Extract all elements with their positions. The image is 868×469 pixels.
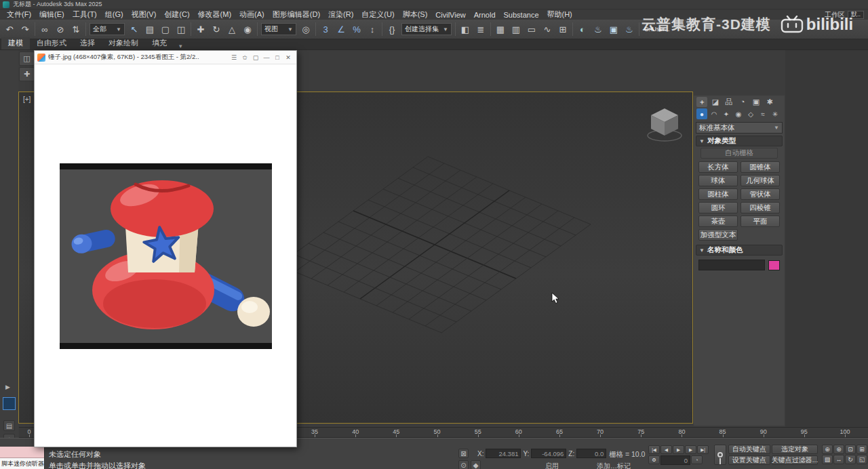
name-color-rollout-header[interactable]: ▼ 名称和颜色 <box>696 245 783 256</box>
cone-button[interactable]: 圆锥体 <box>741 161 780 173</box>
autogrid-checkbox[interactable]: 自动栅格 <box>701 148 778 159</box>
rendered-frame-window-icon[interactable]: ▣ <box>606 22 621 37</box>
play-button[interactable]: ▶ <box>673 445 684 454</box>
toggle-layer-explorer-icon[interactable]: ▥ <box>509 22 524 37</box>
ribbon-tab-3[interactable]: 对象绘制 <box>102 37 145 49</box>
menu-item-13[interactable]: Arnold <box>470 11 500 19</box>
menu-item-11[interactable]: 脚本(S) <box>399 9 432 20</box>
select-and-rotate-icon[interactable]: ↻ <box>209 22 224 37</box>
systems-subtab-icon[interactable]: ✳ <box>770 108 781 119</box>
time-configuration-icon[interactable]: ◔ <box>691 455 703 464</box>
key-mode-toggle-icon[interactable]: ✪ <box>648 455 660 464</box>
viewport-menu-label[interactable]: [+] <box>23 96 31 103</box>
tube-button[interactable]: 管状体 <box>741 188 780 200</box>
set-key-button[interactable]: 设置关键点 <box>728 455 770 465</box>
percent-snap-toggle-icon[interactable]: % <box>349 22 364 37</box>
lights-subtab-icon[interactable]: ✦ <box>721 108 732 119</box>
menu-item-10[interactable]: 自定义(U) <box>357 9 398 20</box>
viewport-layout-tab[interactable] <box>3 397 16 410</box>
macro-recorder-pane[interactable] <box>0 447 44 458</box>
category-dropdown[interactable]: 标准基本体 ▼ <box>696 122 783 134</box>
align-icon[interactable]: ≣ <box>473 22 488 37</box>
view-cube[interactable] <box>646 104 683 142</box>
ribbon-collapse-icon[interactable]: ▾ <box>174 43 188 49</box>
selection-lock-toggle-icon[interactable]: ⊠ <box>458 449 469 458</box>
rectangular-selection-region-icon[interactable]: ▢ <box>158 22 173 37</box>
hierarchy-tab-icon[interactable]: 品 <box>724 97 734 107</box>
torus-button[interactable]: 圆环 <box>698 202 738 213</box>
x-coordinate-field[interactable]: 24.381 <box>486 449 521 458</box>
viewer-close-icon[interactable]: ✕ <box>283 52 294 63</box>
object-type-rollout-header[interactable]: ▼ 对象类型 <box>696 136 783 146</box>
ribbon-tab-4[interactable]: 填充 <box>145 37 174 49</box>
zoom-extents-all-icon[interactable]: ⊞ <box>856 445 867 454</box>
menu-item-1[interactable]: 编辑(E) <box>35 9 68 20</box>
utilities-tab-icon[interactable]: ✱ <box>764 97 775 107</box>
pan-icon[interactable]: ↔ <box>833 455 844 464</box>
ribbon-tab-0[interactable]: 建模 <box>1 37 30 49</box>
curve-editor-icon[interactable]: ∿ <box>540 22 555 37</box>
menu-item-0[interactable]: 文件(F) <box>3 9 35 20</box>
viewer-maximize-icon[interactable]: □ <box>272 52 283 63</box>
schematic-view-icon[interactable]: ⊞ <box>555 22 570 37</box>
angle-snap-toggle-icon[interactable]: ∠ <box>334 22 349 37</box>
select-and-move-icon[interactable]: ✚ <box>193 22 208 37</box>
ribbon-tab-1[interactable]: 自由形式 <box>30 37 73 49</box>
script-listener-pane[interactable]: 脚本迷你侦听器 <box>0 458 44 469</box>
z-coordinate-field[interactable]: 0.0 <box>576 449 606 458</box>
menu-item-7[interactable]: 动画(A) <box>235 9 269 20</box>
text-plus-button[interactable]: 加强型文本 <box>698 229 738 241</box>
create-tab-icon[interactable]: ＋ <box>696 97 707 107</box>
viewer-titlebar[interactable]: 锤子.jpg (468×407像素, 67KB) - 2345看图王 - 第2/… <box>35 51 296 64</box>
shapes-subtab-icon[interactable]: ◠ <box>709 108 719 119</box>
set-keys-button[interactable] <box>714 445 726 465</box>
goto-start-button[interactable]: |◀ <box>648 445 660 454</box>
menu-item-14[interactable]: Substance <box>500 11 543 19</box>
menu-item-5[interactable]: 创建(C) <box>160 9 193 20</box>
select-and-scale-icon[interactable]: △ <box>224 22 239 37</box>
zoom-all-icon[interactable]: ⊛ <box>833 445 844 454</box>
toggle-ribbon-icon[interactable]: ▭ <box>524 22 539 37</box>
menu-item-6[interactable]: 修改器(M) <box>194 9 236 20</box>
bind-to-space-warp-icon[interactable]: ⇅ <box>68 22 83 37</box>
menu-item-9[interactable]: 渲染(R) <box>324 9 357 20</box>
render-production-icon[interactable]: ♨ <box>622 22 637 37</box>
y-coordinate-field[interactable]: -64.096 <box>531 449 566 458</box>
toggle-scene-explorer-icon[interactable]: ▦ <box>493 22 508 37</box>
menu-item-8[interactable]: 图形编辑器(D) <box>269 9 324 20</box>
spinner-snap-toggle-icon[interactable]: ↕ <box>365 22 380 37</box>
motion-tab-icon[interactable]: ◔ <box>737 97 748 107</box>
menu-item-15[interactable]: 帮助(H) <box>543 9 576 20</box>
auto-key-button[interactable]: 自动关键点 <box>728 445 770 454</box>
viewer-fullscreen-icon[interactable]: ▢ <box>250 52 261 63</box>
viewer-favorite-icon[interactable]: ✩ <box>239 52 250 63</box>
goto-end-button[interactable]: ▶| <box>697 445 709 454</box>
plane-button[interactable]: 平面 <box>741 216 780 227</box>
menu-item-4[interactable]: 视图(V) <box>127 9 161 20</box>
current-frame-field[interactable]: 0 <box>660 455 690 465</box>
geometry-subtab-icon[interactable]: ● <box>696 108 707 119</box>
maxscript-mini-listener[interactable]: 脚本迷你侦听器 <box>0 447 45 469</box>
cylinder-button[interactable]: 圆柱体 <box>698 188 738 200</box>
unlink-selection-icon[interactable]: ⊘ <box>53 22 68 37</box>
layout-tabs-flyout-icon[interactable]: ▶ <box>5 384 10 390</box>
select-by-name-icon[interactable]: ▤ <box>142 22 157 37</box>
menu-item-3[interactable]: 组(G) <box>101 9 127 20</box>
dock-icon-top[interactable]: ▤ <box>3 420 15 431</box>
zoom-icon[interactable]: ⊕ <box>822 445 833 454</box>
menu-item-12[interactable]: CivilView <box>431 11 469 19</box>
select-and-place-icon[interactable]: ◉ <box>240 22 255 37</box>
paint-mode-icon[interactable]: ✚ <box>19 67 35 81</box>
space-warps-subtab-icon[interactable]: ≈ <box>757 108 768 119</box>
snap-toggle-icon[interactable]: 3 <box>318 22 333 37</box>
key-filters-button[interactable]: 关键点过滤器... <box>772 455 818 465</box>
helpers-subtab-icon[interactable]: ◇ <box>745 108 756 119</box>
use-pivot-point-center-icon[interactable]: ◎ <box>298 22 313 37</box>
ribbon-tab-2[interactable]: 选择 <box>73 37 102 49</box>
menu-item-2[interactable]: 工具(T) <box>68 9 101 20</box>
geosphere-button[interactable]: 几何球体 <box>741 175 780 186</box>
mirror-icon[interactable]: ◧ <box>458 22 473 37</box>
window-crossing-toggle-icon[interactable]: ◫ <box>174 22 189 37</box>
previous-frame-button[interactable]: ◀ <box>660 445 672 454</box>
select-and-link-icon[interactable]: ∞ <box>37 22 52 37</box>
